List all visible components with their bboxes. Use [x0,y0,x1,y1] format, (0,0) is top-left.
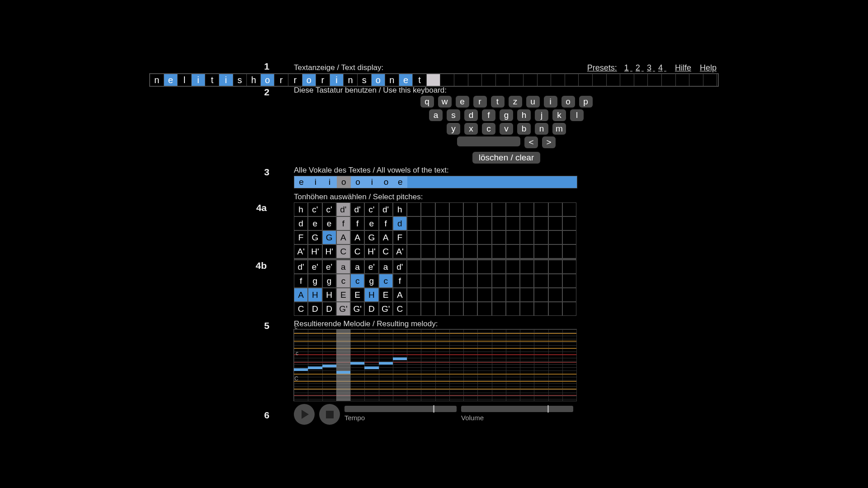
spacebar-key[interactable] [457,136,520,146]
pitch-cell[interactable]: A [336,230,350,244]
pitch-cell[interactable]: C [336,244,350,258]
vowel-cell[interactable]: i [308,176,322,188]
pitch-cell[interactable] [421,230,435,244]
stop-button[interactable] [319,404,340,425]
key-r[interactable]: r [473,96,487,108]
pitch-cell[interactable]: E [350,288,364,302]
pitch-cell[interactable]: E [379,288,393,302]
pitch-cell[interactable] [562,202,576,216]
pitch-cell[interactable] [562,288,576,302]
pitch-cell[interactable]: f [336,216,350,230]
pitch-cell[interactable] [435,260,449,274]
pitch-cell[interactable] [506,202,520,216]
key-h[interactable]: h [517,109,531,121]
pitch-cell[interactable] [407,230,421,244]
pitch-cell[interactable]: f [393,274,407,288]
pitch-cell[interactable] [407,274,421,288]
pitch-cell[interactable] [435,202,449,216]
pitch-cell[interactable]: G' [350,302,364,316]
pitch-cell[interactable] [548,216,562,230]
pitch-cell[interactable] [520,288,534,302]
pitch-cell[interactable] [477,216,491,230]
vowel-cell[interactable] [450,176,464,188]
pitch-cell[interactable] [463,274,477,288]
pitch-cell[interactable]: C [350,244,364,258]
pitch-cell[interactable] [421,260,435,274]
key-z[interactable]: z [509,96,522,108]
pitch-cell[interactable] [492,244,506,258]
pitch-cell[interactable]: f [350,216,364,230]
pitch-cell[interactable] [534,302,548,316]
pitch-cell[interactable]: a [350,260,364,274]
pitch-cell[interactable] [562,302,576,316]
pitch-cell[interactable] [449,288,463,302]
pitch-cell[interactable] [548,230,562,244]
pitch-cell[interactable] [449,260,463,274]
pitch-cell[interactable] [520,202,534,216]
vowel-cell[interactable] [492,176,506,188]
pitch-cell[interactable]: d' [350,202,364,216]
pitch-cell[interactable] [534,288,548,302]
pitch-cell[interactable]: C [393,302,407,316]
vowel-cell[interactable]: e [294,176,308,188]
pitch-cell[interactable] [435,274,449,288]
pitch-cell[interactable] [477,260,491,274]
vowel-cell[interactable] [520,176,534,188]
pitch-cell[interactable]: H [322,288,336,302]
pitch-cell[interactable] [477,302,491,316]
volume-slider[interactable] [461,406,573,412]
pitch-cell[interactable]: H' [364,244,378,258]
pitch-cell[interactable] [449,244,463,258]
pitch-cell[interactable]: e' [322,260,336,274]
pitch-cell[interactable]: g [364,274,378,288]
pitch-cell[interactable] [534,230,548,244]
key-u[interactable]: u [526,96,540,108]
cursor-right-key[interactable]: > [542,136,556,148]
pitch-cell[interactable] [534,274,548,288]
pitch-cell[interactable]: D [364,302,378,316]
pitch-cell[interactable] [435,288,449,302]
vowel-cell[interactable]: o [351,176,365,188]
pitch-cell[interactable] [421,216,435,230]
pitch-cell[interactable] [477,202,491,216]
pitch-cell[interactable]: A [350,230,364,244]
pitch-cell[interactable] [506,260,520,274]
pitch-cell[interactable] [435,230,449,244]
play-button[interactable] [294,404,315,425]
pitch-cell[interactable] [449,202,463,216]
vowel-cell[interactable] [421,176,435,188]
pitch-cell[interactable] [463,260,477,274]
pitch-cell[interactable]: c [350,274,364,288]
pitch-cell[interactable] [449,216,463,230]
pitch-cell[interactable]: g [322,274,336,288]
pitch-cell[interactable]: c' [308,202,322,216]
pitch-cell[interactable]: D [308,302,322,316]
pitch-cell[interactable] [520,260,534,274]
pitch-cell[interactable]: G [308,230,322,244]
pitch-cell[interactable] [463,302,477,316]
pitch-cell[interactable] [520,274,534,288]
tempo-slider-thumb[interactable] [433,405,434,413]
pitch-cell[interactable]: e' [308,260,322,274]
pitch-cell[interactable]: h [294,202,308,216]
preset-3[interactable]: 3 [646,63,653,73]
preset-1[interactable]: 1 [623,63,630,73]
pitch-cell[interactable]: A' [393,244,407,258]
pitch-cell[interactable]: e' [364,260,378,274]
pitch-cell[interactable]: H [364,288,378,302]
pitch-cell[interactable]: e [322,216,336,230]
pitch-cell[interactable] [492,202,506,216]
pitch-cell[interactable]: c' [364,202,378,216]
vowel-cell[interactable] [436,176,450,188]
pitch-cell[interactable]: H [308,288,322,302]
tempo-slider[interactable] [344,406,457,412]
pitch-cell[interactable] [548,274,562,288]
key-b[interactable]: b [517,123,531,135]
pitch-cell[interactable]: d' [294,260,308,274]
key-n[interactable]: n [535,123,548,135]
pitch-cell[interactable] [421,302,435,316]
pitch-cell[interactable] [506,288,520,302]
cursor-left-key[interactable]: < [524,136,538,148]
pitch-cell[interactable] [506,302,520,316]
pitch-cell[interactable] [435,302,449,316]
